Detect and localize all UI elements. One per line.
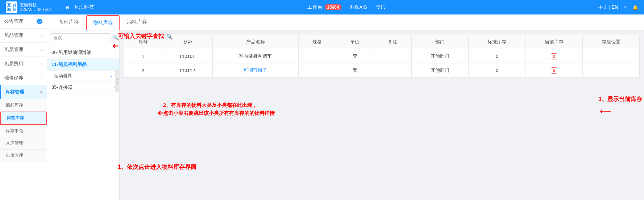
nav-tab-icon: ⊕ xyxy=(65,4,70,10)
workbench-item[interactable]: 工作台 15664 xyxy=(307,4,341,11)
lang-switch[interactable]: 中文 | EN xyxy=(598,4,618,11)
cell-seq: 1 xyxy=(124,49,162,63)
table-row: 1 110101 室内健身脚踏车 套 其他部门 0 2 xyxy=(124,49,640,63)
news-link[interactable]: 资讯 xyxy=(376,4,385,11)
help-icon[interactable]: ? xyxy=(624,5,627,10)
nav-logo-label: 互海科技 xyxy=(74,4,94,11)
sidebar-label-announcement: 公告管理 xyxy=(4,18,23,25)
sidebar-sub-ship-inventory[interactable]: 船舶库存 xyxy=(0,99,47,112)
chevron-down-icon: ∨ xyxy=(40,90,42,94)
chevron-right-icon: › xyxy=(41,48,42,52)
cell-name: 室内健身脚踏车 xyxy=(212,49,298,63)
panel-expand-btn[interactable]: ›‹ xyxy=(115,70,120,92)
sidebar-sub-shore-inventory[interactable]: 岸基库存 xyxy=(0,112,47,125)
tree-item-welfare[interactable]: 11-船员福利用品 xyxy=(47,59,119,71)
cell-seq: 2 xyxy=(124,63,162,78)
sidebar-sub-outbound[interactable]: 出库管理 xyxy=(0,150,47,162)
sidebar-item-crew-fee[interactable]: 船员费用 › xyxy=(0,57,47,71)
nav-left: 互海科技 互海科技 OCEAN LINK TECH | ⊕ 互海科技 xyxy=(6,1,94,13)
col-std-stock: 标准库存 xyxy=(469,35,525,49)
cell-unit: 套 xyxy=(336,49,374,63)
chevron-right-icon: › xyxy=(113,50,115,55)
sidebar-item-crew[interactable]: 船员管理 › xyxy=(0,43,47,57)
cell-location xyxy=(582,49,639,63)
col-cur-stock: 当前库存 xyxy=(525,35,582,49)
sidebar-item-announcement[interactable]: 公告管理 0 xyxy=(0,14,47,29)
nav-divider: | xyxy=(58,5,59,10)
annotated-area: 🔍 ☰ 06-船用燃油润滑油 › 11-船员福利用品 运动器具 › xyxy=(47,30,644,200)
sidebar-item-inventory[interactable]: 库存管理 ∨ xyxy=(0,85,47,99)
cell-remark xyxy=(374,63,411,78)
bell-icon[interactable]: 🔔 xyxy=(632,5,638,10)
col-name: 产品名称 xyxy=(212,35,298,49)
cell-dept: 其他部门 xyxy=(412,63,469,78)
col-seq: 序号 xyxy=(124,35,162,49)
tab-fuel[interactable]: 油料库存 xyxy=(121,15,153,30)
cell-name[interactable]: 可调节椅子 xyxy=(212,63,298,78)
col-remark: 备注 xyxy=(374,35,411,49)
tree-item-fuel[interactable]: 06-船用燃油润滑油 › xyxy=(47,47,119,59)
sidebar-sub-menu: 船舶库存 岸基库存 库存申领 入库管理 出库管理 xyxy=(0,99,47,162)
sidebar: 公告管理 0 船舶管理 › 船员管理 › 船员费用 › 维修保养 › 库存管理 … xyxy=(0,14,47,200)
col-location: 存放位置 xyxy=(582,35,639,49)
sidebar-label-ship: 船舶管理 xyxy=(4,32,23,39)
cell-cur-stock: 5 xyxy=(525,63,582,78)
main-layout: 公告管理 0 船舶管理 › 船员管理 › 船员费用 › 维修保养 › 库存管理 … xyxy=(0,14,644,200)
chevron-right-icon: › xyxy=(113,85,115,89)
logo-icon: 互海科技 xyxy=(6,1,17,13)
sidebar-sub-inbound[interactable]: 入库管理 xyxy=(0,137,47,150)
cell-std-stock: 0 xyxy=(469,63,525,78)
right-panel: 序号 IMP/ 产品名称 规格 单位 备注 部门 标准库存 当前库存 存放位置 xyxy=(120,30,644,200)
tree-label-fuel: 06-船用燃油润滑油 xyxy=(51,49,91,56)
table-row: 2 110112 可调节椅子 套 其他部门 0 5 xyxy=(124,63,640,78)
cell-spec xyxy=(298,63,336,78)
sidebar-label-maintenance: 维修保养 xyxy=(4,75,23,81)
cell-imp: 110101 xyxy=(162,49,213,63)
cell-imp: 110112 xyxy=(162,63,213,78)
top-navbar: 互海科技 互海科技 OCEAN LINK TECH | ⊕ 互海科技 工作台 1… xyxy=(0,0,644,14)
chevron-right-icon: › xyxy=(41,62,42,66)
tree-list: 06-船用燃油润滑油 › 11-船员福利用品 运动器具 › 35-连接器 › xyxy=(47,45,119,200)
search-input[interactable] xyxy=(50,33,111,42)
col-unit: 单位 xyxy=(336,35,374,49)
tree-item-connector[interactable]: 35-连接器 › xyxy=(47,82,119,93)
tabs-bar: 备件库存 物料库存 油料库存 xyxy=(47,14,644,30)
cell-unit: 套 xyxy=(336,63,374,78)
ship-ais-link[interactable]: 船舶AIS xyxy=(350,4,367,11)
cell-dept: 其他部门 xyxy=(412,49,469,63)
tree-label-connector: 35-连接器 xyxy=(51,84,72,91)
sidebar-label-crew: 船员管理 xyxy=(4,46,23,53)
sidebar-item-maintenance[interactable]: 维修保养 › xyxy=(0,71,47,85)
chevron-right-icon: › xyxy=(41,34,42,38)
data-table: 序号 IMP/ 产品名称 规格 单位 备注 部门 标准库存 当前库存 存放位置 xyxy=(124,35,640,78)
col-spec: 规格 xyxy=(298,35,336,49)
cell-location xyxy=(582,63,639,78)
workbench-label: 工作台 xyxy=(307,4,323,11)
workbench-badge: 15664 xyxy=(325,4,341,10)
tab-materials[interactable]: 物料库存 xyxy=(86,15,120,30)
tree-sub-label-sports: 运动器具 xyxy=(54,73,72,79)
left-panel: 🔍 ☰ 06-船用燃油润滑油 › 11-船员福利用品 运动器具 › xyxy=(47,30,120,200)
sidebar-item-ship[interactable]: 船舶管理 › xyxy=(0,29,47,43)
logo-text-cn: 互海科技 OCEAN LINK TECH xyxy=(20,3,52,12)
cell-remark xyxy=(374,49,411,63)
search-icon: 🔍 xyxy=(113,35,119,41)
cur-stock-highlight: 5 xyxy=(551,67,557,74)
sidebar-badge-announcement: 0 xyxy=(37,19,42,24)
nav-right: 中文 | EN ? 🔔 xyxy=(598,4,638,11)
search-row: 🔍 ☰ xyxy=(47,30,119,45)
sidebar-label-inventory: 库存管理 xyxy=(5,89,24,95)
cell-cur-stock: 2 xyxy=(525,49,582,63)
col-imp: IMP/ xyxy=(162,35,213,49)
cell-spec xyxy=(298,49,336,63)
tab-spare-parts[interactable]: 备件库存 xyxy=(53,15,85,30)
nav-center: 工作台 15664 船舶AIS 资讯 xyxy=(307,4,385,11)
tree-label-welfare: 11-船员福利用品 xyxy=(51,61,87,68)
tree-sub-sports[interactable]: 运动器具 › xyxy=(47,71,119,82)
sidebar-sub-requisition[interactable]: 库存申领 xyxy=(0,125,47,137)
cell-std-stock: 0 xyxy=(469,49,525,63)
content-area: 备件库存 物料库存 油料库存 🔍 ☰ 06-船用燃油润滑油 › xyxy=(47,14,644,200)
col-dept: 部门 xyxy=(412,35,469,49)
logo-box: 互海科技 互海科技 OCEAN LINK TECH xyxy=(6,1,52,13)
cur-stock-highlight: 2 xyxy=(551,53,557,59)
